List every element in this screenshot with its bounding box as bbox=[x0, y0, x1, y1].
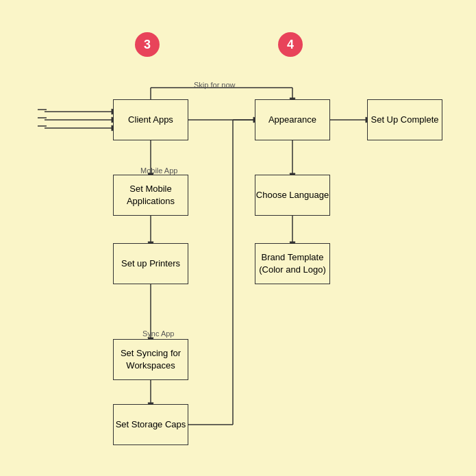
choose-language-box: Choose Language bbox=[255, 175, 330, 216]
set-mobile-apps-box: Set Mobile Applications bbox=[113, 175, 188, 216]
set-up-printers-box: Set up Printers bbox=[113, 243, 188, 284]
arrows-layer bbox=[0, 0, 476, 476]
appearance-box: Appearance bbox=[255, 99, 330, 140]
diagram-container: 3 4 Client Apps Appearance Set Up Comple… bbox=[0, 0, 476, 476]
label-sync-app: Sync App bbox=[142, 329, 174, 338]
label-skip-for-now: Skip for now bbox=[194, 81, 236, 89]
client-apps-box: Client Apps bbox=[113, 99, 188, 140]
set-storage-caps-box: Set Storage Caps bbox=[113, 404, 188, 445]
badge-step-3: 3 bbox=[135, 32, 160, 57]
set-syncing-box: Set Syncing for Workspaces bbox=[113, 339, 188, 380]
label-mobile-app: Mobile App bbox=[140, 166, 177, 175]
badge-step-4: 4 bbox=[278, 32, 303, 57]
brand-template-box: Brand Template (Color and Logo) bbox=[255, 243, 330, 284]
set-up-complete-box: Set Up Complete bbox=[367, 99, 442, 140]
